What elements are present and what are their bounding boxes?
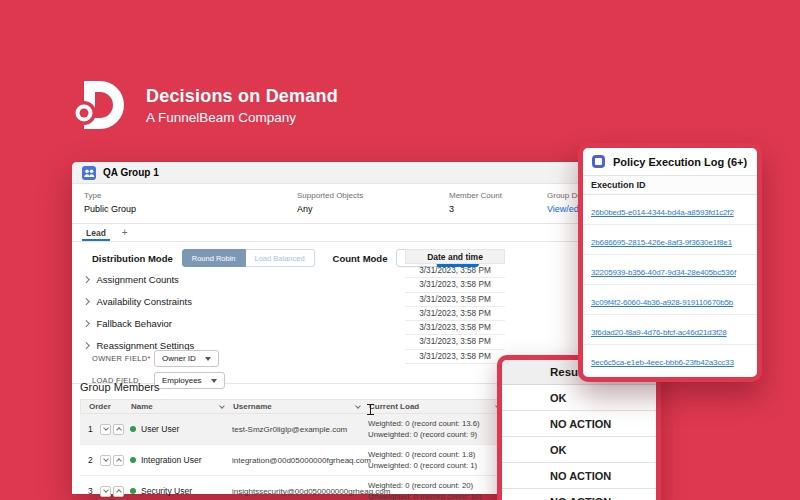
member-username: test-SmzGr0ligIp@example.com bbox=[232, 425, 347, 434]
field-member-count: Member Count 3 bbox=[449, 191, 547, 214]
chevron-up-icon bbox=[116, 458, 122, 464]
order-number: 2 bbox=[88, 455, 98, 465]
column-order[interactable]: Order bbox=[81, 402, 131, 411]
brand-text: Decisions on Demand A FunnelBeam Company bbox=[146, 86, 338, 125]
move-up-button[interactable] bbox=[113, 486, 124, 497]
execution-id-link[interactable]: 3c09f4f2-6060-4b36-a928-919110670b5b bbox=[591, 298, 733, 307]
add-tab-button[interactable]: + bbox=[122, 227, 128, 238]
datetime-cell: 3/31/2023, 3:58 PM bbox=[405, 321, 505, 335]
section-assignment-counts[interactable]: Assignment Counts bbox=[82, 268, 194, 290]
chevron-up-icon bbox=[116, 489, 122, 495]
group-detail-fields: Type Public Group Supported Objects Any … bbox=[72, 184, 637, 224]
owner-field-select[interactable]: Owner ID bbox=[154, 350, 219, 367]
datetime-cell: 3/31/2023, 3:58 PM bbox=[405, 293, 505, 307]
tab-lead[interactable]: Lead bbox=[86, 224, 106, 241]
result-cell: NO ACTION bbox=[502, 489, 656, 500]
users-group-icon bbox=[82, 166, 96, 180]
field-supported-objects: Supported Objects Any bbox=[297, 191, 449, 214]
policy-log-icon bbox=[592, 155, 605, 168]
policy-execution-log-panel: Policy Execution Log (6+) Execution ID 2… bbox=[578, 143, 762, 382]
datetime-column-header: Date and time bbox=[405, 249, 505, 264]
section-fallback-behavior[interactable]: Fallback Behavior bbox=[82, 312, 194, 334]
chevron-right-icon bbox=[83, 298, 89, 304]
round-robin-button[interactable]: Round Robin bbox=[182, 249, 246, 267]
column-username[interactable]: Username bbox=[233, 402, 369, 411]
move-up-button[interactable] bbox=[113, 455, 124, 466]
result-cell: NO ACTION bbox=[502, 411, 656, 437]
chevron-down-icon bbox=[355, 403, 361, 409]
chevron-right-icon bbox=[83, 320, 89, 326]
member-row[interactable]: 3 Security User insightssecurity@00d0500… bbox=[80, 476, 510, 500]
datetime-cell: 3/31/2023, 3:58 PM bbox=[405, 278, 505, 292]
owner-field-label: OWNER FIELD* bbox=[92, 354, 154, 363]
datetime-cell: 3/31/2023, 3:58 PM bbox=[405, 350, 505, 364]
field-value: 3 bbox=[449, 204, 547, 214]
member-current-load: Weighted: 0 (record count: 13.6) Unweigh… bbox=[368, 418, 480, 441]
caret-down-icon bbox=[205, 357, 211, 361]
count-mode-label: Count Mode bbox=[333, 253, 388, 264]
section-availability-constraints[interactable]: Availability Constraints bbox=[82, 290, 194, 312]
presence-status-icon bbox=[130, 426, 136, 432]
text-ibeam-cursor bbox=[367, 404, 374, 415]
group-members-title: Group Members bbox=[80, 381, 510, 393]
owner-field-row: OWNER FIELD* Owner ID bbox=[92, 350, 219, 367]
execution-id-link[interactable]: 2b686695-2815-426e-8af3-9f3630e1f8e1 bbox=[591, 238, 732, 247]
member-username: insightssecurity@00d050000000grheaq.com bbox=[232, 487, 390, 496]
member-current-load: Weighted: 0 (record count: 20) Unweighte… bbox=[368, 480, 482, 500]
chevron-down-icon bbox=[219, 403, 225, 409]
column-current-load[interactable]: Current Load bbox=[369, 402, 509, 411]
chevron-down-icon bbox=[103, 425, 109, 431]
execution-id-link[interactable]: 3f6dad20-f8a9-4d76-bfcf-ac46d21d3f28 bbox=[591, 328, 727, 337]
order-number: 3 bbox=[88, 486, 98, 496]
presence-status-icon bbox=[130, 488, 136, 494]
member-name: User User bbox=[141, 424, 179, 434]
datetime-cell: 3/31/2023, 3:58 PM bbox=[405, 335, 505, 349]
member-row[interactable]: 2 Integration User integration@00d050000… bbox=[80, 445, 510, 476]
member-username: integration@00d05000000fgrheaq.com bbox=[232, 456, 371, 465]
datetime-table: Date and time 3/31/2023, 3:58 PM 3/31/20… bbox=[405, 249, 505, 364]
decisions-on-demand-d-logo-icon bbox=[74, 78, 126, 132]
result-cell: NO ACTION bbox=[502, 463, 656, 489]
execution-id-link[interactable]: 5ec6c5ca-e1eb-4eec-bbb6-23fb42a3cc33 bbox=[591, 358, 734, 367]
execution-id-link[interactable]: 26b0bed5-e014-4344-bd4a-a8593fd1c2f2 bbox=[591, 208, 734, 217]
datetime-cell: 3/31/2023, 3:58 PM bbox=[405, 307, 505, 321]
member-row[interactable]: 1 User User test-SmzGr0ligIp@example.com… bbox=[80, 414, 510, 445]
group-members-section: Group Members Order Name Username Curren… bbox=[80, 381, 510, 500]
load-balanced-button[interactable]: Load Balanced bbox=[246, 249, 315, 267]
order-number: 1 bbox=[88, 424, 98, 434]
execution-id-link[interactable]: 32205939-b356-40d7-9d34-28e405bc536f bbox=[591, 268, 736, 277]
distribution-mode-toggle: Round Robin Load Balanced bbox=[182, 249, 315, 267]
field-label: Member Count bbox=[449, 191, 547, 200]
chevron-down-icon bbox=[103, 487, 109, 493]
member-name: Security User bbox=[141, 486, 192, 496]
distribution-mode-label: Distribution Mode bbox=[92, 253, 173, 264]
result-cell: OK bbox=[502, 385, 656, 411]
move-down-button[interactable] bbox=[100, 455, 111, 466]
chevron-up-icon bbox=[116, 427, 122, 433]
column-name[interactable]: Name bbox=[131, 402, 233, 411]
policy-panel-header: Policy Execution Log (6+) bbox=[583, 148, 757, 175]
presence-status-icon bbox=[130, 457, 136, 463]
chevron-right-icon bbox=[83, 342, 89, 348]
move-down-button[interactable] bbox=[100, 424, 111, 435]
field-value: Public Group bbox=[84, 204, 297, 214]
field-label: Type bbox=[84, 191, 297, 200]
object-tab-bar: Lead + bbox=[72, 224, 637, 242]
move-up-button[interactable] bbox=[113, 424, 124, 435]
field-type: Type Public Group bbox=[84, 191, 297, 214]
page-title: QA Group 1 bbox=[103, 167, 159, 178]
datetime-cell: 3/31/2023, 3:58 PM bbox=[405, 264, 505, 278]
brand-lockup: Decisions on Demand A FunnelBeam Company bbox=[74, 78, 338, 132]
move-down-button[interactable] bbox=[100, 486, 111, 497]
member-current-load: Weighted: 0 (record count: 1.8) Unweight… bbox=[368, 449, 477, 472]
required-asterisk: * bbox=[147, 354, 150, 363]
result-cell: OK bbox=[502, 437, 656, 463]
chevron-down-icon bbox=[103, 456, 109, 462]
chevron-right-icon bbox=[83, 276, 89, 282]
card-header: QA Group 1 bbox=[72, 162, 637, 184]
members-table-header: Order Name Username Current Load bbox=[80, 399, 510, 414]
execution-id-column-header: Execution ID bbox=[583, 175, 757, 195]
policy-panel-title: Policy Execution Log (6+) bbox=[613, 156, 747, 168]
field-label: Supported Objects bbox=[297, 191, 449, 200]
collapsible-sections: Assignment Counts Availability Constrain… bbox=[82, 268, 194, 356]
